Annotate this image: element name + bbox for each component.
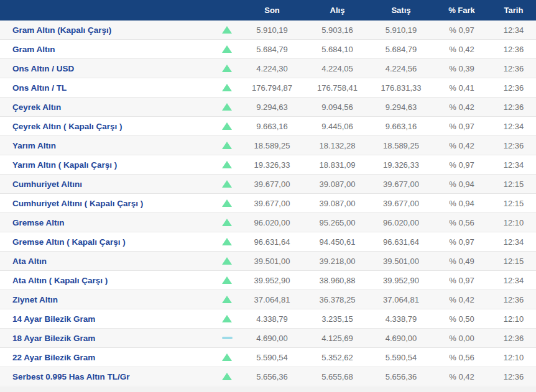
instrument-name-link[interactable]: Ata Altın ( Kapalı Çarşı ) — [0, 276, 215, 285]
satis-value: 96.020,00 — [370, 218, 432, 227]
up-arrow-icon — [222, 296, 232, 303]
satis-value: 5.684,79 — [370, 45, 432, 54]
fark-value: % 0,00 — [432, 334, 491, 343]
up-arrow-icon — [222, 161, 232, 168]
bottom-strip — [0, 386, 536, 392]
instrument-name-link[interactable]: 18 Ayar Bilezik Gram — [0, 334, 215, 343]
instrument-name-link[interactable]: 14 Ayar Bilezik Gram — [0, 314, 215, 324]
table-row[interactable]: Çeyrek Altın ( Kapalı Çarşı ) 9.663,16 9… — [0, 117, 536, 136]
son-value: 5.910,19 — [239, 25, 305, 35]
son-value: 39.677,00 — [239, 199, 305, 208]
table-row[interactable]: 22 Ayar Bilezik Gram 5.590,54 5.352,62 5… — [0, 348, 536, 367]
son-value: 39.501,00 — [239, 257, 305, 266]
instrument-name-link[interactable]: 22 Ayar Bilezik Gram — [0, 353, 215, 362]
table-row[interactable]: Cumhuriyet Altını 39.677,00 39.087,00 39… — [0, 175, 536, 194]
son-value: 39.677,00 — [239, 180, 305, 189]
column-header-son: Son — [239, 6, 305, 15]
instrument-name-link[interactable]: Gram Altın (Kapalı Çarşı) — [0, 25, 215, 35]
tarih-value: 12:36 — [491, 64, 536, 73]
instrument-name-link[interactable]: Çeyrek Altın — [0, 103, 215, 112]
instrument-name-link[interactable]: Çeyrek Altın ( Kapalı Çarşı ) — [0, 122, 215, 131]
instrument-name-link[interactable]: Serbest 0.995 Has Altın TL/Gr — [0, 372, 215, 381]
instrument-name-link[interactable]: Ons Altın / USD — [0, 64, 215, 73]
son-value: 5.656,36 — [239, 372, 305, 381]
alis-value: 5.352,62 — [305, 353, 370, 362]
satis-value: 96.631,64 — [370, 237, 432, 247]
instrument-name-link[interactable]: Gram Altın — [0, 45, 215, 54]
table-row[interactable]: Yarım Altın 18.589,25 18.132,28 18.589,2… — [0, 136, 536, 155]
table-header-row: Son Alış Satış % Fark Tarih — [0, 0, 536, 21]
fark-value: % 0,42 — [432, 103, 491, 112]
table-row[interactable]: Gremse Altın ( Kapalı Çarşı ) 96.631,64 … — [0, 232, 536, 252]
instrument-name-link[interactable]: Gremse Altın ( Kapalı Çarşı ) — [0, 237, 215, 247]
up-arrow-icon — [222, 353, 232, 361]
instrument-name-link[interactable]: Cumhuriyet Altını ( Kapalı Çarşı ) — [0, 199, 215, 208]
satis-value: 37.064,81 — [370, 295, 432, 304]
fark-value: % 0,49 — [432, 257, 491, 266]
instrument-name-link[interactable]: Yarım Altın ( Kapalı Çarşı ) — [0, 160, 215, 170]
fark-value: % 0,94 — [432, 199, 491, 208]
table-row[interactable]: Serbest 0.995 Has Altın TL/Gr 5.656,36 5… — [0, 367, 536, 386]
column-header-alis: Alış — [305, 6, 370, 15]
tarih-value: 12:15 — [491, 199, 536, 208]
son-value: 19.326,33 — [239, 160, 305, 170]
table-row[interactable]: Gremse Altın 96.020,00 95.265,00 96.020,… — [0, 213, 536, 232]
table-row[interactable]: Çeyrek Altın 9.294,63 9.094,56 9.294,63 … — [0, 98, 536, 117]
up-arrow-icon — [222, 122, 232, 130]
instrument-name-link[interactable]: Gremse Altın — [0, 218, 215, 227]
instrument-name-link[interactable]: Yarım Altın — [0, 141, 215, 150]
table-row[interactable]: Ons Altın / TL 176.794,87 176.758,41 176… — [0, 78, 536, 98]
satis-value: 4.690,00 — [370, 334, 432, 343]
alis-value: 95.265,00 — [305, 218, 370, 227]
tarih-value: 12:34 — [491, 160, 536, 170]
tarih-value: 12:36 — [491, 141, 536, 150]
alis-value: 4.125,69 — [305, 334, 370, 343]
instrument-name-link[interactable]: Ons Altın / TL — [0, 83, 215, 93]
alis-value: 18.132,28 — [305, 141, 370, 150]
up-arrow-icon — [222, 103, 232, 111]
table-row[interactable]: 18 Ayar Bilezik Gram 4.690,00 4.125,69 4… — [0, 329, 536, 348]
alis-value: 39.087,00 — [305, 199, 370, 208]
satis-value: 5.910,19 — [370, 25, 432, 35]
fark-value: % 0,42 — [432, 372, 491, 381]
son-value: 37.064,81 — [239, 295, 305, 304]
satis-value: 39.501,00 — [370, 257, 432, 266]
alis-value: 5.903,16 — [305, 25, 370, 35]
table-row[interactable]: Ata Altın 39.501,00 39.218,00 39.501,00 … — [0, 252, 536, 271]
table-row[interactable]: Ziynet Altın 37.064,81 36.378,25 37.064,… — [0, 290, 536, 309]
table-row[interactable]: Cumhuriyet Altını ( Kapalı Çarşı ) 39.67… — [0, 194, 536, 213]
alis-value: 39.087,00 — [305, 180, 370, 189]
fark-value: % 0,56 — [432, 353, 491, 362]
satis-value: 5.656,36 — [370, 372, 432, 381]
up-arrow-icon — [222, 276, 232, 284]
fark-value: % 0,97 — [432, 122, 491, 131]
alis-value: 4.224,05 — [305, 64, 370, 73]
satis-value: 4.224,56 — [370, 64, 432, 73]
up-arrow-icon — [222, 84, 232, 91]
tarih-value: 12:10 — [491, 353, 536, 362]
table-row[interactable]: Gram Altın (Kapalı Çarşı) 5.910,19 5.903… — [0, 21, 536, 40]
up-arrow-icon — [222, 199, 232, 207]
instrument-name-link[interactable]: Cumhuriyet Altını — [0, 180, 215, 189]
tarih-value: 12:10 — [491, 218, 536, 227]
instrument-name-link[interactable]: Ata Altın — [0, 257, 215, 266]
alis-value: 36.378,25 — [305, 295, 370, 304]
son-value: 18.589,25 — [239, 141, 305, 150]
son-value: 39.952,90 — [239, 276, 305, 285]
table-row[interactable]: Ons Altın / USD 4.224,30 4.224,05 4.224,… — [0, 59, 536, 78]
tarih-value: 12:15 — [491, 257, 536, 266]
satis-value: 18.589,25 — [370, 141, 432, 150]
fark-value: % 0,42 — [432, 141, 491, 150]
tarih-value: 12:36 — [491, 295, 536, 304]
tarih-value: 12:10 — [491, 314, 536, 324]
tarih-value: 12:34 — [491, 122, 536, 131]
son-value: 176.794,87 — [239, 83, 305, 93]
tarih-value: 12:15 — [491, 180, 536, 189]
tarih-value: 12:34 — [491, 25, 536, 35]
instrument-name-link[interactable]: Ziynet Altın — [0, 295, 215, 304]
table-row[interactable]: 14 Ayar Bilezik Gram 4.338,79 3.235,15 4… — [0, 309, 536, 329]
table-row[interactable]: Yarım Altın ( Kapalı Çarşı ) 19.326,33 1… — [0, 155, 536, 175]
table-row[interactable]: Gram Altın 5.684,79 5.684,10 5.684,79 % … — [0, 40, 536, 59]
table-row[interactable]: Ata Altın ( Kapalı Çarşı ) 39.952,90 38.… — [0, 271, 536, 290]
up-arrow-icon — [222, 257, 232, 265]
